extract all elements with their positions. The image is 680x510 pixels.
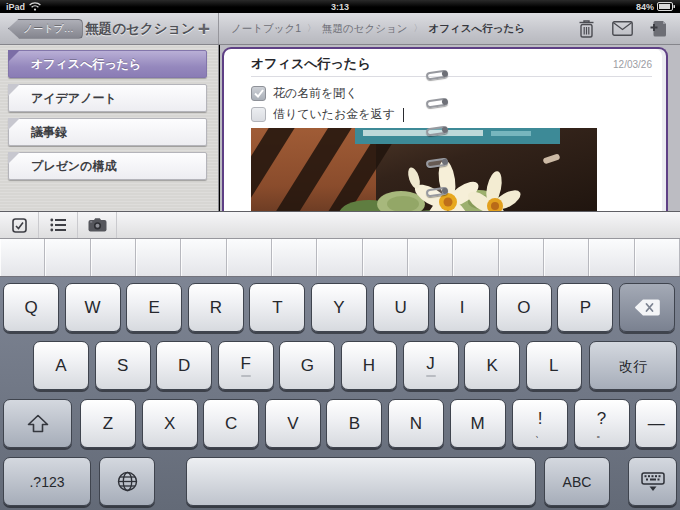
backspace-icon xyxy=(634,298,661,317)
key-k[interactable]: K xyxy=(464,341,520,390)
key-z[interactable]: Z xyxy=(80,399,136,448)
breadcrumb-segment-3[interactable]: オフィスへ行ったら xyxy=(429,22,525,36)
key-x[interactable]: X xyxy=(142,399,198,448)
new-page-button[interactable] xyxy=(650,19,668,38)
bulleted-list-button[interactable] xyxy=(39,212,78,238)
candidate-cell[interactable] xyxy=(227,239,272,276)
candidate-cell[interactable] xyxy=(408,239,453,276)
clock: 3:13 xyxy=(0,2,680,12)
key-label: 改行 xyxy=(619,357,647,375)
key-f[interactable]: F xyxy=(218,341,274,390)
candidate-cell[interactable] xyxy=(272,239,317,276)
key-d[interactable]: D xyxy=(156,341,212,390)
question-period-key[interactable]: ?。 xyxy=(574,399,630,448)
folded-corner-icon xyxy=(8,50,20,62)
key-label: Z xyxy=(103,415,113,433)
key-label: H xyxy=(363,357,375,375)
candidate-cell[interactable] xyxy=(635,239,680,276)
space-key[interactable] xyxy=(186,457,536,506)
globe-icon xyxy=(117,471,138,492)
key-c[interactable]: C xyxy=(203,399,259,448)
sidebar-page-item-4[interactable]: プレゼンの構成 xyxy=(8,152,207,180)
key-p[interactable]: P xyxy=(557,283,613,332)
candidate-cell[interactable] xyxy=(45,239,90,276)
key-e[interactable]: E xyxy=(126,283,182,332)
todo-checkbox-button[interactable] xyxy=(0,212,39,238)
key-r[interactable]: R xyxy=(188,283,244,332)
delete-button[interactable] xyxy=(578,19,595,38)
abc-key[interactable]: ABC xyxy=(544,457,610,506)
key-v[interactable]: V xyxy=(265,399,321,448)
key-a[interactable]: A xyxy=(33,341,89,390)
candidate-cell[interactable] xyxy=(363,239,408,276)
candidate-cell[interactable] xyxy=(0,239,45,276)
breadcrumb-segment-1[interactable]: ノートブック1 xyxy=(231,22,301,36)
key-label: L xyxy=(549,357,558,375)
dash-key[interactable]: — xyxy=(635,399,677,448)
sidebar-page-item-2[interactable]: アイデアノート xyxy=(8,84,207,112)
backspace-key[interactable] xyxy=(619,283,675,332)
todo-label[interactable]: 花の名前を聞く xyxy=(273,85,358,102)
key-label: V xyxy=(287,415,298,433)
candidate-cell[interactable] xyxy=(453,239,498,276)
todo-checkbox[interactable] xyxy=(251,107,266,122)
app-body: オフィスへ行ったらアイデアノート議事録プレゼンの構成 オフィスへ行ったら 12/… xyxy=(0,45,680,211)
notebooks-back-button[interactable]: ノートブ… xyxy=(8,19,83,39)
globe-key[interactable] xyxy=(99,457,155,506)
candidate-cell[interactable] xyxy=(589,239,634,276)
exclamation-comma-key[interactable]: !、 xyxy=(512,399,568,448)
key-o[interactable]: O xyxy=(496,283,552,332)
key-b[interactable]: B xyxy=(326,399,382,448)
key-sublabel: 、 xyxy=(535,428,546,438)
sidebar-page-item-3[interactable]: 議事録 xyxy=(8,118,207,146)
bulleted-list-icon xyxy=(50,218,66,232)
candidate-cell[interactable] xyxy=(317,239,362,276)
sidebar-page-item-1[interactable]: オフィスへ行ったら xyxy=(8,50,207,78)
key-label: M xyxy=(471,415,485,433)
todo-item-1: 花の名前を聞く xyxy=(251,83,652,104)
key-h[interactable]: H xyxy=(341,341,397,390)
key-s[interactable]: S xyxy=(95,341,151,390)
todo-checkbox-icon xyxy=(12,218,27,233)
key-t[interactable]: T xyxy=(249,283,305,332)
key-label: O xyxy=(517,299,530,317)
add-page-button[interactable]: + xyxy=(198,19,210,39)
candidate-cell[interactable] xyxy=(181,239,226,276)
numbers-key[interactable]: .?123 xyxy=(3,457,91,506)
breadcrumb-segment-2[interactable]: 無題のセクション xyxy=(322,22,407,36)
key-q[interactable]: Q xyxy=(3,283,59,332)
candidate-cell[interactable] xyxy=(136,239,181,276)
key-y[interactable]: Y xyxy=(311,283,367,332)
key-j[interactable]: J xyxy=(403,341,459,390)
key-label: P xyxy=(580,299,591,317)
key-label: K xyxy=(487,357,498,375)
todo-list: 花の名前を聞く借りていたお金を返す xyxy=(251,83,652,125)
candidate-cell[interactable] xyxy=(499,239,544,276)
keyboard-dismiss-key[interactable] xyxy=(628,457,677,506)
candidate-bar xyxy=(0,239,680,277)
onscreen-keyboard: QWERTYUIOPASDFGHJKL改行ZXCVBNM!、?。—.?123AB… xyxy=(0,277,680,510)
email-button[interactable] xyxy=(612,21,633,36)
shift-key[interactable] xyxy=(3,399,72,448)
key-u[interactable]: U xyxy=(373,283,429,332)
key-label: F xyxy=(241,355,251,373)
candidate-cell[interactable] xyxy=(544,239,589,276)
note-photo[interactable] xyxy=(251,128,597,211)
key-i[interactable]: I xyxy=(434,283,490,332)
todo-checkbox[interactable] xyxy=(251,86,266,101)
shift-icon xyxy=(27,414,49,433)
return-key[interactable]: 改行 xyxy=(589,341,677,390)
key-n[interactable]: N xyxy=(388,399,444,448)
key-g[interactable]: G xyxy=(279,341,335,390)
key-l[interactable]: L xyxy=(526,341,582,390)
note-title[interactable]: オフィスへ行ったら xyxy=(251,55,613,73)
candidate-cell[interactable] xyxy=(91,239,136,276)
key-w[interactable]: W xyxy=(65,283,121,332)
key-label: ? xyxy=(597,410,606,428)
key-label: .?123 xyxy=(29,473,64,491)
camera-button[interactable] xyxy=(78,212,117,238)
key-label: ABC xyxy=(563,473,592,491)
key-label: I xyxy=(460,299,465,317)
todo-label[interactable]: 借りていたお金を返す xyxy=(273,106,395,123)
key-m[interactable]: M xyxy=(450,399,506,448)
